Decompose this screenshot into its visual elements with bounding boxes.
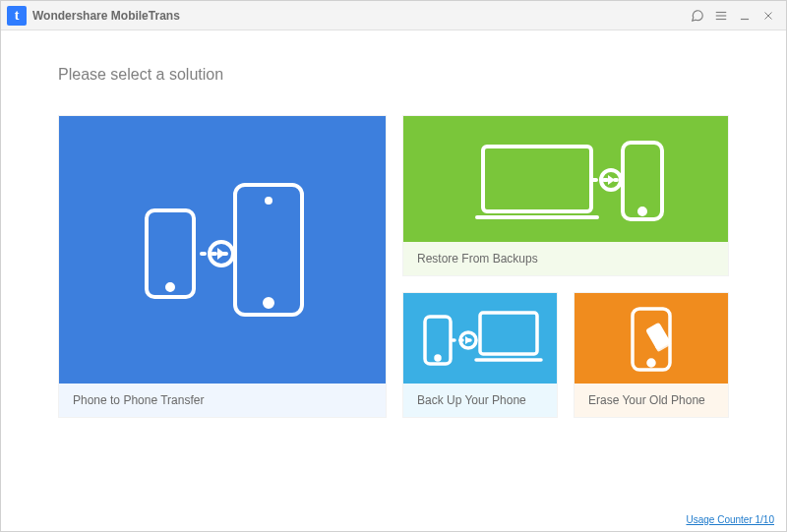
card-label: Phone to Phone Transfer bbox=[59, 384, 386, 417]
phone-to-phone-icon bbox=[59, 116, 386, 384]
menu-icon[interactable] bbox=[709, 4, 733, 28]
card-label: Restore From Backups bbox=[403, 242, 728, 275]
card-label: Erase Your Old Phone bbox=[575, 384, 728, 417]
restore-icon bbox=[403, 116, 728, 242]
feedback-icon[interactable] bbox=[686, 4, 709, 28]
minimize-icon[interactable] bbox=[733, 4, 757, 28]
card-restore[interactable]: Restore From Backups bbox=[402, 115, 729, 276]
svg-point-16 bbox=[639, 208, 645, 214]
app-logo-icon: t bbox=[7, 6, 27, 26]
svg-rect-13 bbox=[483, 147, 591, 211]
titlebar: t Wondershare MobileTrans bbox=[1, 1, 786, 30]
solution-grid: Phone to Phone Transfer bbox=[58, 115, 737, 418]
card-label: Back Up Your Phone bbox=[403, 384, 557, 417]
close-icon[interactable] bbox=[757, 4, 780, 28]
svg-rect-21 bbox=[480, 313, 537, 354]
svg-point-20 bbox=[436, 356, 440, 360]
backup-icon bbox=[403, 293, 557, 384]
card-erase[interactable]: Erase Your Old Phone bbox=[574, 292, 729, 418]
erase-icon bbox=[575, 293, 728, 384]
card-phone-to-phone[interactable]: Phone to Phone Transfer bbox=[58, 115, 387, 418]
svg-point-7 bbox=[167, 284, 173, 290]
svg-point-26 bbox=[648, 360, 654, 366]
svg-point-9 bbox=[267, 199, 271, 203]
page-heading: Please select a solution bbox=[58, 66, 737, 84]
svg-point-10 bbox=[265, 299, 272, 307]
card-backup[interactable]: Back Up Your Phone bbox=[402, 292, 558, 418]
usage-counter-link[interactable]: Usage Counter 1/10 bbox=[686, 514, 774, 525]
content: Please select a solution bbox=[1, 30, 786, 418]
app-title: Wondershare MobileTrans bbox=[32, 9, 180, 23]
